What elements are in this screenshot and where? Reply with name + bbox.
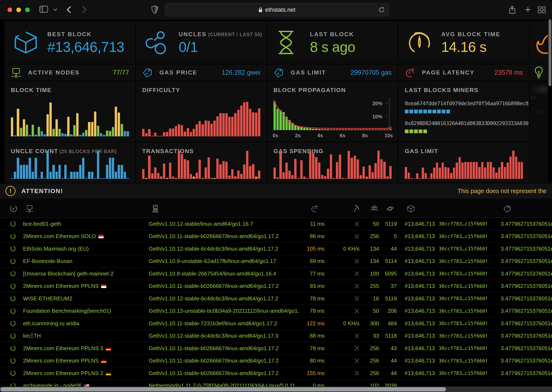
table-row: 2Miners.com Ethereum PPLNS 2 Geth/v1.10.… (0, 367, 552, 380)
node-type: Geth/v1.10.12-stable-6c4dc6c3/linux-amd6… (149, 245, 300, 252)
node-block: #13,646,713 (397, 233, 437, 239)
node-block-hash: 30ccf783…c15f660f (437, 333, 487, 339)
last-blocks-miners: LAST BLOCKS MINERS 0xea674fdde714fd979de… (399, 81, 529, 142)
node-pending: 5119 (379, 295, 397, 302)
stat-uptime-partial (530, 64, 548, 81)
stat-value: 126.282 gwei (222, 69, 260, 76)
node-peers: 50 (366, 221, 379, 227)
block-icon (407, 205, 415, 213)
node-type: Geth/v1.10.8-stable-26675454/linux-amd64… (149, 271, 300, 277)
vertical-scrollbar-thumb[interactable] (548, 19, 551, 86)
node-mining (325, 296, 366, 301)
node-pending: 484 (379, 320, 397, 327)
node-block-hash: 30ccf783…c15f660f (437, 234, 487, 239)
node-pending: 5114 (379, 258, 397, 264)
horizontal-scrollbar-thumb[interactable] (0, 387, 446, 391)
minimize-window-button[interactable] (16, 7, 21, 12)
node-block: #13,646,713 (397, 320, 437, 327)
node-total-difficulty: 3.477962715376051e+2 (487, 283, 552, 289)
stat-label: BEST BLOCK (47, 31, 92, 37)
nodes-table: bce-bnd01-geth Geth/v1.10.12-stable/linu… (0, 218, 552, 392)
node-peers: 256 (366, 345, 379, 352)
new-tab-button[interactable] (524, 6, 532, 14)
node-total-difficulty: 3.477962715376051e+2 (487, 308, 552, 314)
browser-chrome: ethstats.net (0, 0, 552, 20)
node-name: 2Miners.com Ethereum PPLNS (23, 283, 149, 289)
chevron-down-icon[interactable] (53, 8, 58, 11)
stat-value: #13,646,713 (47, 40, 124, 54)
back-button[interactable] (66, 6, 72, 14)
node-type: Geth/v1.10.11-stable-b0266667/linux-amd6… (149, 345, 300, 352)
node-status-icon (0, 245, 23, 252)
node-type: Geth/v1.10.11-stable-b0266667/linux-amd6… (149, 283, 300, 289)
node-peers: 300 (366, 320, 379, 327)
stat-label: LAST BLOCK (310, 31, 354, 37)
node-type: Geth/v1.10.12-stable-6c4dc6c3/linux-amd6… (149, 295, 300, 302)
node-mining (325, 221, 366, 227)
difficulty-bars (142, 102, 260, 136)
node-latency: 77 ms (300, 271, 325, 277)
close-window-button[interactable] (7, 7, 12, 12)
chart-uncle-count: UNCLE COUNT(25 BLOCKS PER BAR) (5, 142, 135, 183)
stopwatch-icon (405, 67, 416, 78)
country-flag-de (106, 372, 111, 375)
table-row: bce-bnd01-geth Geth/v1.10.12-stable/linu… (0, 218, 552, 230)
table-row: Foundation Benchmarking(bench01) Geth/v1… (0, 305, 552, 317)
node-latency: 69 ms (300, 258, 325, 264)
node-block-hash: 30ccf783…c15f660f (437, 346, 487, 351)
node-latency: 122 ms (300, 320, 325, 327)
node-latency: 78 ms (300, 308, 325, 314)
node-block-hash: 30ccf783…c15f660f (437, 358, 487, 364)
node-block-hash: 30ccf783…c15f660f (437, 259, 487, 264)
node-pending: 206 (379, 308, 397, 314)
warning-icon: ! (6, 186, 15, 196)
table-row: eth.icanmining.ru aridia Geth/v1.10.11-s… (0, 317, 552, 330)
node-block: #13,646,713 (397, 345, 437, 352)
node-name: kinΞTH (23, 333, 149, 339)
stat-label: GAS PRICE (159, 69, 197, 76)
node-status-icon (0, 345, 23, 351)
node-mining (325, 333, 366, 339)
miner-entry: 0x829BD824B016326A401d083B33D092293333A8… (405, 120, 523, 133)
zoom-window-button[interactable] (25, 7, 30, 12)
latency-icon (311, 205, 318, 212)
privacy-shield-icon[interactable] (151, 5, 158, 14)
node-block: #13,646,713 (397, 221, 437, 227)
chart-title: BLOCK TIME (11, 87, 51, 93)
cube-icon (13, 30, 40, 55)
node-type: Geth/v1.10.11-stable-b0266667/linux-amd6… (149, 357, 300, 364)
node-name: EF-Bootnode-Busan (23, 258, 149, 264)
lightbulb-icon (533, 66, 544, 79)
dashboard-grid: BEST BLOCK #13,646,713 UNCLES(CURRENT / … (5, 21, 548, 183)
node-status-icon (0, 258, 23, 264)
stat-uncles: UNCLES(CURRENT / LAST 50) 0/1 (136, 21, 266, 64)
node-name: eth.icanmining.ru aridia (23, 320, 149, 327)
node-block: #13,646,713 (397, 245, 437, 252)
node-type: Geth/v1.10.11-stable-b0266667/linux-amd6… (149, 233, 300, 239)
tab-overview-button[interactable] (537, 6, 546, 14)
node-total-difficulty: 3.477962715376051e+2 (487, 233, 552, 239)
share-button[interactable] (509, 6, 516, 14)
node-latency: 78 ms (300, 345, 325, 352)
node-block: #13,646,713 (397, 333, 437, 339)
attention-message: This page does not represent the (457, 188, 546, 195)
transactions-bars (142, 151, 260, 179)
stat-value: 77/77 (113, 69, 129, 76)
country-flag-sg (98, 235, 104, 238)
node-latency: 78 ms (300, 295, 325, 302)
stat-value: 23578 ms (495, 69, 523, 76)
address-bar[interactable]: ethstats.net (165, 3, 389, 16)
forward-button[interactable] (82, 6, 87, 14)
nodes-table-header (0, 199, 552, 218)
node-latency: 105 ms (300, 245, 325, 252)
refresh-button[interactable] (378, 7, 385, 13)
url-text: ethstats.net (265, 7, 295, 13)
node-peers: 50 (366, 308, 379, 314)
propagation-x-axis: 0s2s4s6s8s10s (273, 133, 393, 139)
sidebar-toggle-button[interactable] (39, 6, 48, 13)
node-type-icon (151, 205, 160, 213)
node-status-icon (0, 271, 23, 277)
peers-icon (370, 205, 379, 212)
table-row: kinΞTH Geth/v1.10.12-stable-6c4dc6c3/lin… (0, 330, 552, 343)
node-block-hash: 30ccf783…c15f660f (437, 371, 487, 376)
